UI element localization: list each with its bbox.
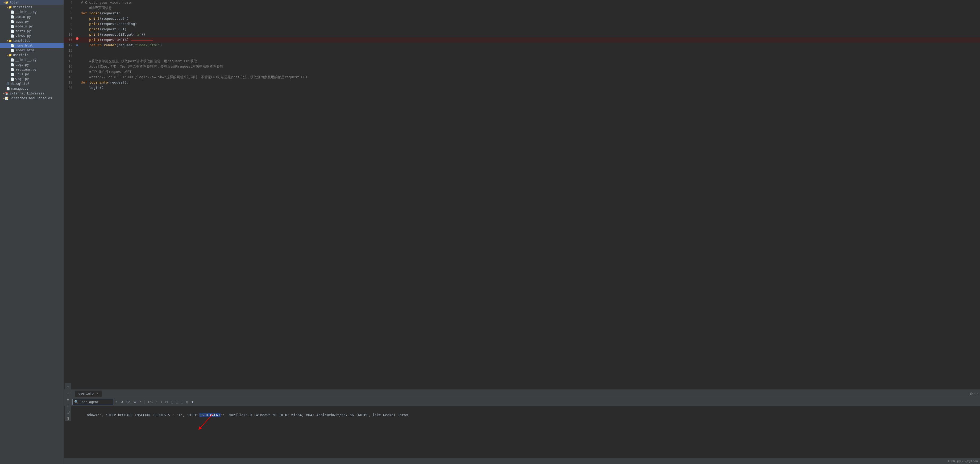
- py-file-icon: 📄: [11, 25, 14, 28]
- html-file-icon: 📄: [11, 49, 14, 52]
- sidebar-item-home-html[interactable]: 📄 home.html: [0, 43, 64, 48]
- sidebar-item-models-py[interactable]: 📄 models.py: [0, 24, 64, 29]
- toggle-btn2[interactable]: ⌶: [175, 400, 179, 404]
- regex-btn[interactable]: *: [138, 400, 142, 404]
- format-btn[interactable]: ≡: [185, 400, 189, 404]
- code-line-15: 15 #获取表单提交信息,获取post请求获取的信息，用request.POS获…: [64, 59, 980, 64]
- align-icon[interactable]: ≡: [66, 397, 70, 402]
- sidebar-item-init-py[interactable]: 📄 __init__.py: [0, 10, 64, 14]
- sidebar-item-urls-py[interactable]: 📄 urls.py: [0, 72, 64, 77]
- py-file-icon: 📄: [11, 10, 14, 14]
- status-bar: CSDN @京天云Python: [64, 458, 980, 464]
- py-file-icon: 📄: [11, 63, 14, 67]
- html-file-icon: 📄: [11, 44, 14, 47]
- sidebar-item-manage-py[interactable]: 📄 manage.py: [0, 86, 64, 91]
- py-file-icon: 📄: [11, 34, 14, 38]
- up-arrow-icon[interactable]: ↑: [66, 384, 70, 389]
- search-icon: 🔍: [74, 400, 78, 404]
- word-btn[interactable]: W: [132, 400, 138, 404]
- sidebar-item-templates[interactable]: ▾📁 templates: [0, 38, 64, 43]
- breakpoint-marker: [76, 37, 78, 40]
- code-line-8: 8 print(request.encoding): [64, 21, 980, 27]
- sidebar-item-userinfo[interactable]: ▾📁 userinfo: [0, 53, 64, 57]
- match-count: 1/1: [148, 400, 153, 403]
- folder-open-icon: ▾📁: [6, 39, 12, 43]
- code-line-10: 10 print(request.GET.get('a')): [64, 32, 980, 37]
- sidebar-item-index-html[interactable]: 📄 index.html: [0, 48, 64, 53]
- py-file-icon: 📄: [11, 73, 14, 76]
- code-editor[interactable]: 4 # Create your views here. 5 #响应页面信息 6 …: [64, 0, 980, 389]
- folder-icon: ▸📁: [6, 6, 12, 9]
- settings-gear-icon[interactable]: ⚙: [970, 392, 973, 396]
- sidebar-item-asgi-py[interactable]: 📄 asgi.py: [0, 62, 64, 67]
- sidebar-item-admin-py[interactable]: 📄 admin.py: [0, 14, 64, 19]
- sidebar-item-migrations[interactable]: ▸📁 migrations: [0, 5, 64, 10]
- toggle-btn3[interactable]: ⌶: [180, 400, 184, 404]
- py-file-icon: 📄: [11, 68, 14, 71]
- code-line-5: 5 #响应页面信息: [64, 5, 980, 11]
- code-line-16: 16 #post或get请求，当url中含有查询参数时，要在后台的request…: [64, 64, 980, 69]
- db-file-icon: 🗄: [6, 82, 9, 86]
- expand-btn[interactable]: □: [165, 400, 169, 404]
- down-arrow-icon[interactable]: ↓: [66, 391, 70, 395]
- console-output-line: ndows"', 'HTTP_UPGRADE_INSECURE_REQUESTS…: [66, 407, 978, 423]
- search-input[interactable]: [80, 400, 111, 404]
- code-line-20: 20 login(): [64, 85, 980, 91]
- soft-wrap-btn[interactable]: ⌶: [170, 400, 174, 404]
- code-line-14: 14: [64, 53, 980, 59]
- file-tree: ▾📁 login ▸📁 migrations 📄 __init__.py 📄 a…: [0, 0, 64, 464]
- py-file-icon: 📄: [11, 58, 14, 62]
- filter-btn[interactable]: ▼: [190, 400, 195, 404]
- panel-options-btn[interactable]: ⋯: [974, 392, 978, 396]
- py-file-icon: 📄: [11, 30, 14, 33]
- status-text: CSDN @京天云Python: [948, 459, 978, 463]
- folder-open-icon: ▾📁: [3, 1, 9, 4]
- py-file-icon: 📄: [11, 20, 14, 24]
- py-file-icon: 📄: [11, 77, 14, 81]
- sidebar-item-wsgi-py[interactable]: 📄 wsgi.py: [0, 77, 64, 81]
- sidebar-item-db-sqlite[interactable]: 🗄 db.sqlite3: [0, 81, 64, 86]
- code-line-17: 17 #用的属性是request.GET: [64, 69, 980, 75]
- sidebar-item-tests-py[interactable]: 📄 tests.py: [0, 29, 64, 33]
- highlighted-term: USER_AGENT: [199, 413, 221, 417]
- toolbar-separator: [144, 400, 145, 404]
- sidebar-item-init-py2[interactable]: 📄 __init__.py: [0, 57, 64, 62]
- code-line-19: 19 def loqininfo(request):: [64, 80, 980, 85]
- refresh-search-btn[interactable]: ↺: [119, 400, 124, 404]
- sidebar-item-scratches[interactable]: ▸📝 Scratches and Consoles: [0, 96, 64, 100]
- search-toolbar: ↑ ↓ ≡ ⬇ ⬡ 🗑 🔍 × ↺ Cc W *: [64, 398, 980, 406]
- bottom-tab-userinfo[interactable]: userinfo ×: [75, 391, 102, 397]
- search-box[interactable]: 🔍: [72, 399, 113, 405]
- code-line-6: 6 def login(request):: [64, 11, 980, 16]
- code-line-13: 13: [64, 48, 980, 53]
- code-line-7: 7 print(request.path): [64, 16, 980, 21]
- prev-match-btn[interactable]: ↑: [155, 400, 159, 404]
- code-line-4: 4 # Create your views here.: [64, 0, 980, 5]
- clear-search-btn[interactable]: ×: [115, 400, 118, 404]
- console-output: ndows"', 'HTTP_UPGRADE_INSECURE_REQUESTS…: [64, 406, 980, 458]
- next-match-btn[interactable]: ↓: [160, 400, 164, 404]
- code-line-9: 9 print(request.GET): [64, 27, 980, 32]
- sidebar-item-login[interactable]: ▾📁 login: [0, 0, 64, 5]
- sidebar-item-apps-py[interactable]: 📄 apps.py: [0, 19, 64, 24]
- case-sensitive-btn[interactable]: Cc: [125, 400, 131, 404]
- py-file-icon: 📄: [11, 15, 14, 19]
- folder-icon: ▸📚: [3, 92, 9, 95]
- sidebar-item-settings-py[interactable]: 📄 settings.py: [0, 67, 64, 72]
- code-line-11: 11 print(request.META): [64, 37, 980, 43]
- bottom-panel-controls: ⚙ ⋯: [970, 392, 978, 396]
- sidebar-item-ext-libs[interactable]: ▸📚 External Libraries: [0, 91, 64, 96]
- py-file-icon: 📄: [6, 87, 10, 91]
- bottom-tabs-bar: Run: userinfo × ⚙ ⋯: [64, 389, 980, 398]
- folder-open-icon: ▾📁: [6, 53, 12, 57]
- code-line-12: 12 ■ return render(request,"index.html"): [64, 43, 980, 48]
- tab-close-btn[interactable]: ×: [97, 392, 99, 395]
- folder-icon: ▸📝: [3, 97, 9, 100]
- bottom-panel: Run: userinfo × ⚙ ⋯ ↑ ↓ ≡ ⬇ ⬡: [64, 389, 980, 458]
- code-line-18: 18 #http://127.0.0.1:8001/login/?a=1&b=2…: [64, 75, 980, 80]
- code-content: 4 # Create your views here. 5 #响应页面信息 6 …: [64, 0, 980, 389]
- sidebar-item-views-py[interactable]: 📄 views.py: [0, 33, 64, 38]
